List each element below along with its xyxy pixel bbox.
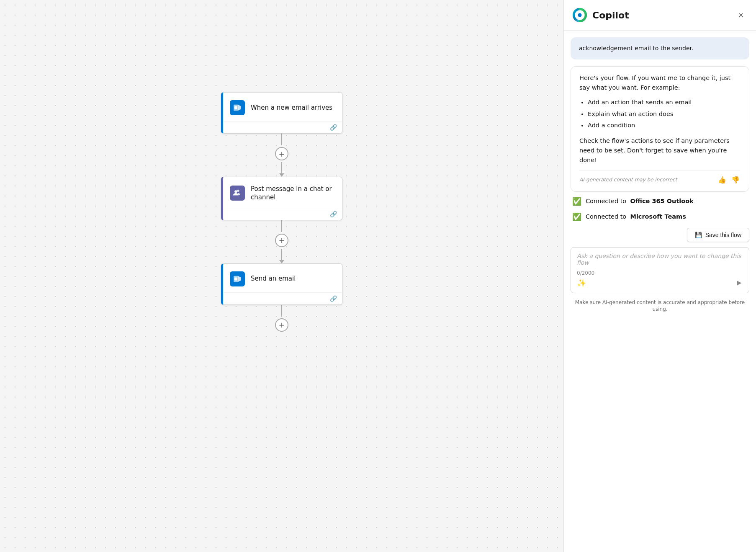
thumbs-up-button[interactable]: 👍 (717, 175, 727, 185)
action-node-1[interactable]: Post message in a chat or channel 🔗 (221, 177, 342, 220)
char-count: 0/2000 (577, 270, 743, 276)
copilot-body: acknowledgement email to the sender. Her… (564, 31, 756, 552)
teams-service-name: Microsoft Teams (630, 213, 686, 220)
trigger-node[interactable]: When a new email arrives 🔗 (221, 92, 342, 134)
bullet-list: Add an action that sends an email Explai… (588, 98, 741, 130)
outlook-icon (230, 100, 245, 115)
previous-message-text: acknowledgement email to the sender. (579, 45, 693, 52)
chat-input[interactable] (577, 253, 743, 266)
previous-message-bubble: acknowledgement email to the sender. (571, 37, 749, 59)
connector-line-2 (281, 220, 282, 232)
message-footer: AI-generated content may be incorrect 👍 … (579, 170, 741, 185)
connection-outlook: ✅ Connected to Office 365 Outlook (564, 192, 756, 207)
connector-2: + (275, 220, 288, 263)
connector-1: + (275, 134, 288, 177)
connector-line-1b (281, 162, 282, 174)
input-actions: ✨ ► (577, 279, 743, 288)
ai-footer-note: Make sure AI-generated content is accura… (564, 297, 756, 319)
action1-label: Post message in a chat or channel (251, 185, 335, 202)
link-icon: 🔗 (330, 124, 337, 131)
connector-line-1 (281, 134, 282, 145)
add-step-button-3[interactable]: + (275, 318, 288, 332)
svg-point-1 (237, 190, 239, 192)
ai-disclaimer: AI-generated content may be incorrect (579, 177, 677, 183)
link-icon-2: 🔗 (330, 211, 337, 217)
check-icon-outlook: ✅ (572, 197, 581, 206)
teams-icon (230, 186, 245, 201)
chat-input-area: 0/2000 ✨ ► (571, 247, 749, 293)
connector-arrow-1 (279, 173, 284, 177)
svg-point-2 (234, 190, 237, 193)
connector-3: + (275, 305, 288, 333)
message-intro: Here's your flow. If you want me to chan… (579, 73, 741, 93)
flow-canvas: When a new email arrives 🔗 + (0, 0, 563, 552)
add-step-button-2[interactable]: + (275, 234, 288, 247)
save-row: 💾 Save this flow (564, 223, 756, 245)
bullet-item-2: Explain what an action does (588, 109, 741, 119)
copilot-header: Copilot × (564, 0, 756, 31)
save-flow-button[interactable]: 💾 Save this flow (687, 228, 749, 242)
bullet-item-1: Add an action that sends an email (588, 98, 741, 107)
action2-footer: 🔗 (223, 292, 342, 304)
check-icon-teams: ✅ (572, 212, 581, 221)
outlook-service-name: Office 365 Outlook (630, 198, 693, 204)
message-outro: Check the flow's actions to see if any p… (579, 136, 741, 165)
thumbs-down-button[interactable]: 👎 (730, 175, 741, 185)
save-button-label: Save this flow (705, 232, 741, 238)
connector-line-2b (281, 249, 282, 261)
copilot-title: Copilot (592, 10, 629, 21)
trigger-footer: 🔗 (223, 121, 342, 133)
connection-outlook-label: Connected to Office 365 Outlook (586, 198, 694, 204)
connector-arrow-2 (279, 260, 284, 263)
connection-teams-label: Connected to Microsoft Teams (586, 213, 686, 220)
copilot-title-group: Copilot (572, 8, 629, 23)
close-button[interactable]: × (734, 8, 748, 22)
action1-footer: 🔗 (223, 208, 342, 220)
save-icon: 💾 (695, 232, 702, 238)
svg-point-4 (578, 13, 582, 17)
connection-teams: ✅ Connected to Microsoft Teams (564, 207, 756, 223)
copilot-logo-icon (572, 8, 587, 23)
feedback-buttons: 👍 👎 (717, 175, 741, 185)
connector-line-3 (281, 305, 282, 317)
action2-label: Send an email (251, 274, 296, 283)
sparkle-button[interactable]: ✨ (577, 279, 586, 288)
assistant-message: Here's your flow. If you want me to chan… (571, 66, 749, 192)
link-icon-3: 🔗 (330, 295, 337, 302)
send-button[interactable]: ► (735, 279, 743, 287)
action-node-2[interactable]: Send an email 🔗 (221, 263, 342, 305)
trigger-label: When a new email arrives (251, 103, 332, 112)
outlook-icon-2 (230, 271, 245, 286)
copilot-panel: Copilot × acknowledgement email to the s… (563, 0, 756, 552)
flow-items: When a new email arrives 🔗 + (221, 92, 342, 333)
bullet-item-3: Add a condition (588, 121, 741, 130)
add-step-button-1[interactable]: + (275, 147, 288, 160)
